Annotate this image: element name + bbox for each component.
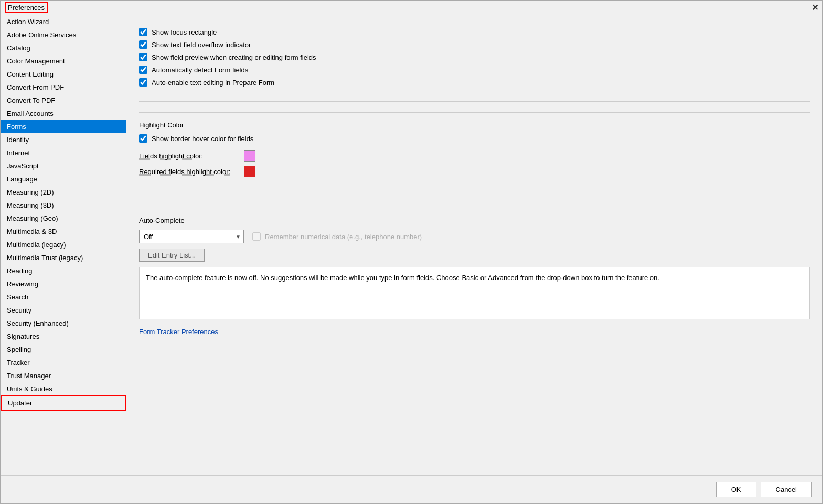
auto-enable-text-editing-checkbox[interactable] (139, 78, 147, 87)
dialog-title: Preferences (5, 2, 48, 13)
sidebar-item-adobe-online-services[interactable]: Adobe Online Services (1, 28, 126, 41)
fields-highlight-label: Fields highlight color: (139, 152, 233, 160)
sidebar-list: Action WizardAdobe Online ServicesCatalo… (1, 15, 126, 411)
required-highlight-swatch[interactable] (244, 166, 255, 177)
sidebar-item-reviewing[interactable]: Reviewing (1, 277, 126, 291)
autocomplete-description: The auto-complete feature is now off. No… (139, 267, 810, 319)
sidebar-item-email-accounts[interactable]: Email Accounts (1, 107, 126, 120)
auto-detect-form-fields-row: Automatically detect Form fields (139, 66, 810, 74)
show-field-preview-label: Show field preview when creating or edit… (152, 53, 316, 61)
sidebar-item-units-guides[interactable]: Units & Guides (1, 382, 126, 395)
fields-highlight-swatch[interactable] (244, 150, 255, 162)
auto-enable-text-editing-label: Auto-enable text editing in Prepare Form (152, 79, 274, 87)
remember-numerical-label: Remember numerical data (e.g., telephone… (265, 233, 422, 241)
dialog-footer: OK Cancel (1, 475, 822, 503)
ok-button[interactable]: OK (716, 482, 756, 497)
sidebar-item-spelling[interactable]: Spelling (1, 343, 126, 356)
sidebar-item-multimedia-legacy[interactable]: Multimedia (legacy) (1, 238, 126, 251)
sidebar-item-signatures[interactable]: Signatures (1, 330, 126, 343)
general-options-section: Show focus rectangle Show text field ove… (139, 24, 810, 91)
autocomplete-title: Auto-Complete (139, 217, 810, 224)
remember-numerical-row: Remember numerical data (e.g., telephone… (252, 232, 422, 241)
sidebar-item-convert-from-pdf[interactable]: Convert From PDF (1, 81, 126, 94)
highlight-color-title: Highlight Color (139, 121, 810, 129)
sidebar-item-measuring-3d[interactable]: Measuring (3D) (1, 199, 126, 212)
sidebar-item-trust-manager[interactable]: Trust Manager (1, 369, 126, 382)
autocomplete-dropdown[interactable]: Off Basic Advanced (139, 230, 244, 243)
show-focus-rectangle-checkbox[interactable] (139, 28, 147, 36)
sidebar-item-reading[interactable]: Reading (1, 264, 126, 277)
sidebar-item-color-management[interactable]: Color Management (1, 55, 126, 68)
autocomplete-controls: Off Basic Advanced ▼ Remember numerical … (139, 230, 810, 243)
sidebar: Action WizardAdobe Online ServicesCatalo… (1, 15, 126, 475)
sidebar-item-forms[interactable]: Forms (1, 120, 126, 133)
show-border-hover-row: Show border hover color for fields (139, 134, 810, 143)
sidebar-item-convert-to-pdf[interactable]: Convert To PDF (1, 94, 126, 107)
autocomplete-section: Auto-Complete Off Basic Advanced ▼ Remem… (139, 208, 810, 319)
main-content: Show focus rectangle Show text field ove… (126, 15, 822, 475)
show-focus-rectangle-label: Show focus rectangle (152, 28, 217, 36)
autocomplete-dropdown-wrapper: Off Basic Advanced ▼ (139, 230, 244, 243)
show-border-hover-checkbox[interactable] (139, 134, 147, 143)
required-highlight-color-row: Required fields highlight color: (139, 164, 810, 179)
show-text-field-overflow-label: Show text field overflow indicator (152, 41, 251, 49)
auto-detect-form-fields-label: Automatically detect Form fields (152, 66, 248, 74)
sidebar-item-measuring-geo[interactable]: Measuring (Geo) (1, 212, 126, 225)
show-text-field-overflow-checkbox[interactable] (139, 40, 147, 49)
separator-1 (139, 101, 810, 102)
sidebar-item-internet[interactable]: Internet (1, 146, 126, 159)
edit-entry-list-button[interactable]: Edit Entry List... (139, 249, 205, 262)
show-focus-rectangle-row: Show focus rectangle (139, 28, 810, 36)
sidebar-item-security[interactable]: Security (1, 304, 126, 317)
title-bar: Preferences ✕ (1, 1, 822, 15)
show-text-field-overflow-row: Show text field overflow indicator (139, 40, 810, 49)
close-button[interactable]: ✕ (811, 3, 818, 13)
show-field-preview-row: Show field preview when creating or edit… (139, 53, 810, 61)
sidebar-item-language[interactable]: Language (1, 173, 126, 186)
sidebar-item-javascript[interactable]: JavaScript (1, 159, 126, 173)
sidebar-item-security-enhanced[interactable]: Security (Enhanced) (1, 317, 126, 330)
required-highlight-label: Required fields highlight color: (139, 168, 233, 176)
auto-enable-text-editing-row: Auto-enable text editing in Prepare Form (139, 78, 810, 87)
fields-highlight-color-row: Fields highlight color: (139, 148, 810, 164)
sidebar-item-multimedia-trust-legacy[interactable]: Multimedia Trust (legacy) (1, 251, 126, 264)
form-tracker-preferences-link[interactable]: Form Tracker Preferences (139, 328, 218, 336)
sidebar-item-search[interactable]: Search (1, 291, 126, 304)
sidebar-item-measuring-2d[interactable]: Measuring (2D) (1, 186, 126, 199)
sidebar-item-identity[interactable]: Identity (1, 133, 126, 146)
sidebar-item-action-wizard[interactable]: Action Wizard (1, 15, 126, 28)
remember-numerical-checkbox[interactable] (252, 232, 261, 241)
show-field-preview-checkbox[interactable] (139, 53, 147, 61)
separator-2 (139, 197, 810, 197)
show-border-hover-label: Show border hover color for fields (152, 135, 253, 143)
sidebar-item-updater[interactable]: Updater (1, 395, 126, 411)
highlight-color-section: Highlight Color Show border hover color … (139, 112, 810, 186)
cancel-button[interactable]: Cancel (761, 482, 812, 497)
dialog-body: Action WizardAdobe Online ServicesCatalo… (1, 15, 822, 475)
sidebar-item-content-editing[interactable]: Content Editing (1, 68, 126, 81)
sidebar-item-multimedia-3d[interactable]: Multimedia & 3D (1, 225, 126, 238)
sidebar-item-catalog[interactable]: Catalog (1, 41, 126, 55)
preferences-dialog: Preferences ✕ Action WizardAdobe Online … (0, 0, 823, 504)
sidebar-item-tracker[interactable]: Tracker (1, 356, 126, 369)
auto-detect-form-fields-checkbox[interactable] (139, 66, 147, 74)
